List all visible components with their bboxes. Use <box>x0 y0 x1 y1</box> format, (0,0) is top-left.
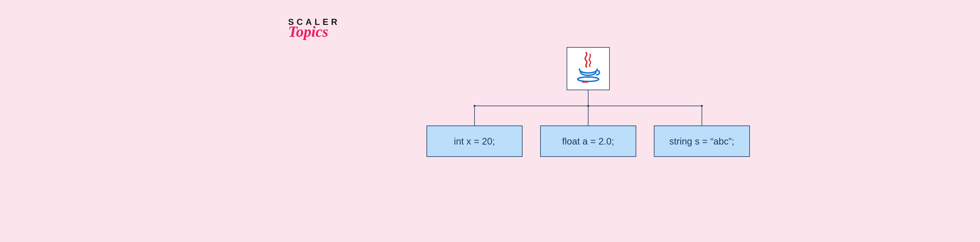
tree-connectors <box>426 90 750 126</box>
java-root-node <box>566 47 610 90</box>
int-declaration-text: int x = 20; <box>454 136 495 147</box>
java-icon <box>573 52 603 85</box>
type-boxes-row: int x = 20; float a = 2.0; string s = “a… <box>426 126 750 157</box>
svg-point-8 <box>701 105 703 107</box>
string-declaration-box: string s = “abc”; <box>654 126 750 157</box>
java-types-diagram: int x = 20; float a = 2.0; string s = “a… <box>426 47 750 157</box>
svg-point-0 <box>578 77 599 81</box>
float-declaration-text: float a = 2.0; <box>562 136 614 147</box>
int-declaration-box: int x = 20; <box>426 126 523 157</box>
float-declaration-box: float a = 2.0; <box>540 126 636 157</box>
svg-point-7 <box>474 105 476 107</box>
scaler-topics-logo: SCALER Topics <box>288 18 340 38</box>
svg-point-6 <box>587 105 589 107</box>
logo-bottom-text: Topics <box>288 25 328 38</box>
string-declaration-text: string s = “abc”; <box>669 136 734 147</box>
connector-lines <box>426 90 750 126</box>
